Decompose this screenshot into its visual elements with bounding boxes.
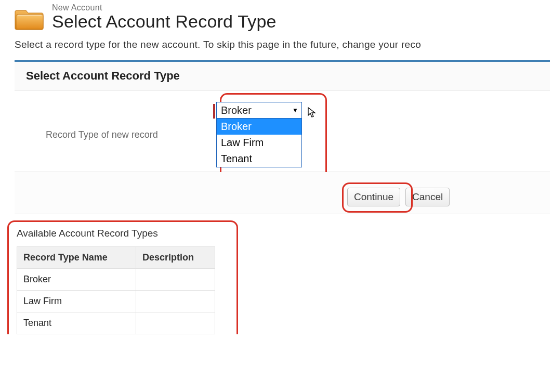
table-row: Tenant xyxy=(17,312,215,334)
cancel-button[interactable]: Cancel xyxy=(405,188,450,206)
required-indicator xyxy=(213,104,215,119)
record-type-selected-value: Broker xyxy=(221,104,252,116)
cell-description xyxy=(136,291,215,312)
page-header: New Account Select Account Record Type xyxy=(15,3,550,32)
page-title: Select Account Record Type xyxy=(52,11,277,32)
col-description: Description xyxy=(136,247,215,269)
panel-title: Select Account Record Type xyxy=(15,62,550,90)
chevron-down-icon: ▼ xyxy=(292,107,298,114)
record-type-label: Record Type of new record xyxy=(46,129,207,140)
record-type-panel: Select Account Record Type Record Type o… xyxy=(15,60,550,214)
cell-record-type-name: Law Firm xyxy=(17,291,136,312)
available-types-table: Record Type Name Description BrokerLaw F… xyxy=(17,246,215,334)
cell-record-type-name: Broker xyxy=(17,269,136,291)
table-row: Broker xyxy=(17,269,215,291)
cell-description xyxy=(136,312,215,334)
intro-text: Select a record type for the new account… xyxy=(15,39,550,50)
cell-description xyxy=(136,269,215,291)
available-types-title: Available Account Record Types xyxy=(17,228,233,239)
record-type-select[interactable]: Broker ▼ BrokerLaw FirmTenant xyxy=(216,102,302,167)
folder-icon xyxy=(15,4,45,31)
col-record-type-name: Record Type Name xyxy=(17,247,136,269)
cursor-icon xyxy=(308,107,317,121)
record-type-option[interactable]: Tenant xyxy=(217,151,301,167)
record-type-option[interactable]: Law Firm xyxy=(217,135,301,151)
record-type-option[interactable]: Broker xyxy=(217,119,301,135)
cell-record-type-name: Tenant xyxy=(17,312,136,334)
table-row: Law Firm xyxy=(17,291,215,312)
continue-button[interactable]: Continue xyxy=(347,188,400,206)
